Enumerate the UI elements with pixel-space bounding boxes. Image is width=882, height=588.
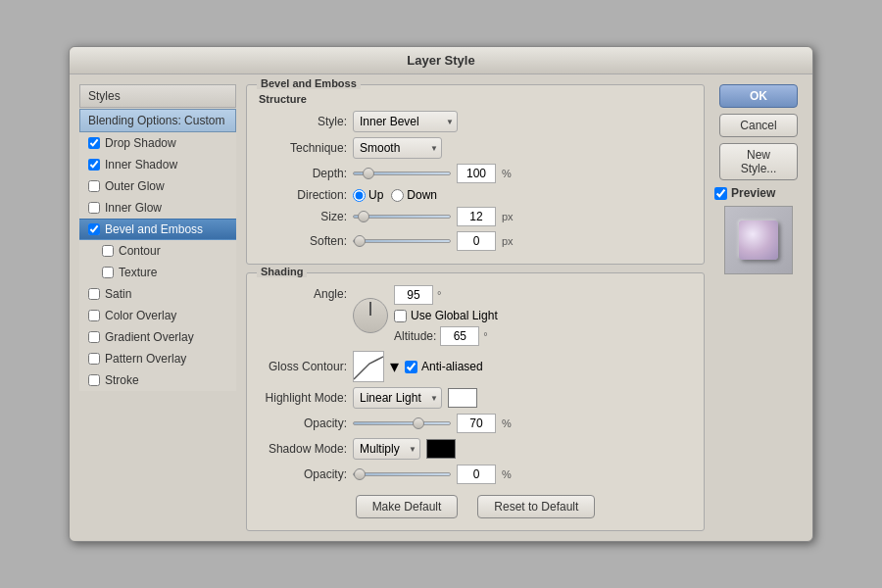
layer-item-color-overlay[interactable]: Color Overlay [79,305,236,326]
preview-section: Preview [714,186,775,200]
size-unit: px [502,211,514,222]
altitude-label: Altitude: [394,329,436,343]
layer-item-stroke[interactable]: Stroke [79,369,236,391]
highlight-opacity-unit: % [502,417,512,429]
shadow-opacity-slider-track [353,467,451,481]
anti-aliased-checkbox[interactable] [405,361,417,373]
style-select[interactable]: Inner Bevel Outer Bevel Emboss Pillow Em… [353,111,458,132]
altitude-input[interactable] [440,326,479,346]
shadow-opacity-unit: % [502,468,512,480]
style-row: Style: Inner Bevel Outer Bevel Emboss Pi… [259,111,692,132]
new-style-button[interactable]: New Style... [719,143,798,180]
highlight-mode-select[interactable]: Linear Light Screen Normal Multiply [353,387,442,409]
soften-slider-track [353,234,451,248]
direction-down-label[interactable]: Down [391,188,437,202]
soften-row: Soften: px [259,231,692,251]
highlight-opacity-label: Opacity: [259,416,347,430]
layer-item-gradient-overlay[interactable]: Gradient Overlay [79,326,236,348]
altitude-unit: ° [483,330,487,342]
style-select-wrapper[interactable]: Inner Bevel Outer Bevel Emboss Pillow Em… [353,111,458,132]
technique-select[interactable]: Smooth Chisel Hard Chisel Soft [353,137,442,159]
direction-up-label[interactable]: Up [353,188,383,202]
inner-shadow-checkbox[interactable] [88,159,100,171]
ok-button[interactable]: OK [719,84,798,108]
angle-input[interactable] [394,285,433,305]
shadow-opacity-row: Opacity: % [259,465,692,484]
shading-section: Shading Angle: ° [246,272,705,531]
soften-slider[interactable] [353,239,451,243]
style-label: Style: [259,115,347,128]
drop-shadow-checkbox[interactable] [88,137,100,149]
highlight-color-swatch[interactable] [448,388,477,408]
depth-slider[interactable] [353,172,451,175]
blending-options[interactable]: Blending Options: Custom [79,109,236,132]
preview-shape [739,220,778,260]
size-input[interactable] [457,207,496,226]
layer-item-satin[interactable]: Satin [79,283,236,305]
soften-input[interactable] [457,231,496,251]
gloss-contour-preview[interactable] [353,351,384,382]
size-slider-track [353,210,451,223]
outer-glow-checkbox[interactable] [88,180,100,192]
direction-label: Direction: [259,188,347,202]
layer-style-dialog: Layer Style Styles Blending Options: Cus… [69,46,813,542]
preview-label-text: Preview [731,186,775,200]
styles-header[interactable]: Styles [79,84,236,108]
highlight-opacity-input[interactable] [457,414,496,433]
direction-radio-group: Up Down [353,188,437,202]
pattern-overlay-checkbox[interactable] [88,353,100,365]
reset-to-default-button[interactable]: Reset to Default [477,495,595,518]
layer-item-outer-glow[interactable]: Outer Glow [79,175,236,197]
layer-item-bevel-emboss[interactable]: Bevel and Emboss [79,219,236,240]
color-overlay-checkbox[interactable] [88,310,100,321]
gradient-overlay-checkbox[interactable] [88,331,100,343]
anti-aliased-label[interactable]: Anti-aliased [405,360,483,373]
bevel-section-title: Bevel and Emboss [257,77,361,89]
dialog-title: Layer Style [70,47,812,74]
highlight-mode-label: Highlight Mode: [259,391,347,405]
shadow-mode-row: Shadow Mode: Multiply Screen Normal [259,438,692,460]
depth-slider-track [353,167,451,180]
size-slider[interactable] [353,215,451,219]
shadow-opacity-input[interactable] [457,465,496,484]
layer-item-texture[interactable]: Texture [79,262,236,283]
highlight-mode-select-wrapper[interactable]: Linear Light Screen Normal Multiply [353,387,442,409]
angle-dial[interactable] [353,298,388,333]
texture-checkbox[interactable] [102,267,114,278]
shadow-mode-select-wrapper[interactable]: Multiply Screen Normal [353,438,420,460]
layer-item-inner-shadow[interactable]: Inner Shadow [79,154,236,175]
highlight-opacity-slider[interactable] [353,421,451,425]
technique-select-wrapper[interactable]: Smooth Chisel Hard Chisel Soft [353,137,442,159]
bevel-emboss-checkbox[interactable] [88,223,100,235]
contour-checkbox[interactable] [102,245,114,257]
contour-dropdown-icon[interactable]: ▾ [390,356,399,377]
use-global-light-label[interactable]: Use Global Light [394,309,498,322]
layer-item-pattern-overlay[interactable]: Pattern Overlay [79,348,236,369]
shadow-mode-label: Shadow Mode: [259,442,347,456]
make-default-button[interactable]: Make Default [356,495,459,518]
direction-row: Direction: Up Down [259,188,692,202]
layer-item-drop-shadow[interactable]: Drop Shadow [79,132,236,154]
direction-up-radio[interactable] [353,189,366,202]
left-panel: Styles Blending Options: Custom Drop Sha… [79,84,236,531]
use-global-light-checkbox[interactable] [394,310,407,322]
shadow-mode-select[interactable]: Multiply Screen Normal [353,438,420,460]
depth-label: Depth: [259,167,347,180]
layer-item-contour[interactable]: Contour [79,240,236,262]
shadow-color-swatch[interactable] [426,439,456,459]
angle-label: Angle: [259,285,347,301]
direction-down-radio[interactable] [391,189,404,202]
gloss-contour-row: Gloss Contour: ▾ Anti-aliased [259,351,692,382]
depth-input[interactable] [457,164,496,183]
highlight-opacity-slider-track [353,416,451,430]
use-global-light-text: Use Global Light [411,309,498,322]
layer-item-inner-glow[interactable]: Inner Glow [79,197,236,219]
cancel-button[interactable]: Cancel [719,114,798,137]
highlight-mode-row: Highlight Mode: Linear Light Screen Norm… [259,387,692,409]
satin-checkbox[interactable] [88,288,100,300]
stroke-checkbox[interactable] [88,374,100,386]
preview-checkbox[interactable] [714,187,727,200]
inner-glow-checkbox[interactable] [88,202,100,214]
shadow-opacity-slider[interactable] [353,472,451,476]
dial-line [369,302,371,316]
